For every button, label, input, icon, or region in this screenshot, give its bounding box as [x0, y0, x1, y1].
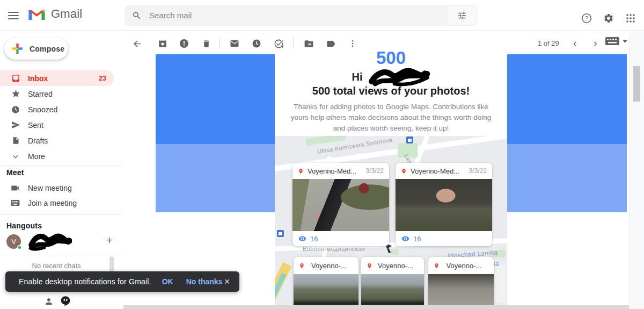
photo-thumbnail [294, 274, 358, 305]
search-input[interactable] [149, 11, 448, 20]
greeting-row: Hi [275, 68, 507, 86]
divider [0, 214, 121, 215]
close-icon[interactable]: ✕ [224, 277, 230, 286]
presence-dot [17, 245, 22, 250]
photo-card-footer: 16 [292, 231, 389, 246]
mail-view: 1 of 29 500 Hi [123, 31, 644, 309]
mail-icon[interactable] [226, 35, 243, 52]
sidebar-item-label: More [28, 152, 45, 161]
send-icon [11, 120, 20, 130]
inbox-count: 23 [99, 75, 106, 82]
toolbar-divider [219, 37, 219, 49]
eye-icon [298, 236, 306, 242]
email-content-card: 500 Hi 500 total views of your photos! T… [275, 48, 507, 136]
divider [0, 255, 121, 255]
map-image: Ulitsa Komissara Smirnova Lesna Военно-м… [275, 136, 507, 305]
photo-thumbnail [292, 179, 389, 231]
view-count: 16 [310, 235, 318, 243]
photo-card-date: 3/3/22 [469, 167, 487, 175]
photo-card[interactable]: Voyenno-... [294, 257, 358, 305]
inbox-icon [11, 74, 20, 83]
photo-card-title: Voyenno-... [311, 262, 347, 270]
redacted-name-scribble [27, 230, 72, 253]
photo-card[interactable]: Voyenno-... [428, 257, 494, 305]
video-icon [10, 183, 20, 193]
toast-no-thanks-button[interactable]: No thanks [186, 277, 223, 286]
notification-toast: Enable desktop notifications for Gmail. … [5, 271, 239, 292]
photo-card-header: Voyenno-... [428, 257, 494, 274]
map-pin-icon [434, 262, 440, 270]
sidebar-item-snoozed[interactable]: Snoozed [0, 102, 114, 117]
gmail-m-icon [28, 7, 46, 21]
sidebar-item-label: Snoozed [28, 105, 57, 114]
main-scrollbar-thumb[interactable] [633, 66, 640, 102]
photo-thumbnail [396, 179, 492, 231]
photo-card-header: Voyenno-... [361, 257, 424, 274]
photo-card-header: Voyenno-Med... 3/3/22 [292, 163, 389, 179]
search-icon[interactable] [132, 11, 142, 20]
person-icon[interactable] [44, 297, 54, 306]
help-icon[interactable]: ? [579, 10, 595, 26]
add-contact-button[interactable]: + [106, 235, 113, 246]
input-keyboard-icon [605, 37, 619, 45]
meet-item-label: Join a meeting [28, 199, 77, 207]
sidebar-item-starred[interactable]: Starred [0, 86, 114, 102]
older-chevron-icon[interactable] [587, 35, 603, 52]
report-spam-icon[interactable] [176, 35, 192, 52]
photo-thumbnail [428, 274, 494, 305]
input-tools-selector[interactable] [605, 37, 627, 45]
map-pin-icon [401, 167, 407, 175]
app-title: Gmail [51, 7, 82, 21]
hangouts-section-title: Hangouts [6, 221, 42, 230]
sidebar-item-label: Inbox [28, 74, 48, 83]
gear-icon[interactable] [601, 10, 617, 26]
archive-icon[interactable] [155, 35, 171, 52]
map-pin-icon [298, 167, 304, 175]
newer-chevron-icon[interactable] [567, 35, 583, 52]
eye-icon [401, 236, 409, 242]
photo-card-footer: 16 [396, 231, 492, 246]
compose-label: Compose [30, 45, 64, 53]
hangouts-profile[interactable]: V [6, 233, 114, 249]
delete-icon[interactable] [198, 35, 214, 52]
keyboard-icon [10, 198, 20, 208]
sidebar-item-label: Starred [28, 90, 53, 98]
photo-card[interactable]: Voyenno-Med... 3/3/22 16 [396, 163, 492, 246]
gmail-logo[interactable]: Gmail [28, 7, 82, 21]
sidebar-item-label: Drafts [28, 136, 48, 145]
new-meeting-item[interactable]: New meeting [0, 181, 114, 195]
divider [0, 165, 121, 166]
photo-card[interactable]: Voyenno-Med... 3/3/22 16 [292, 163, 389, 246]
sidebar-item-more[interactable]: More [0, 148, 114, 164]
view-count: 16 [413, 235, 421, 243]
sidebar-nav: Inbox 23 Starred Snoozed Sent Drafts [0, 70, 114, 164]
snooze-icon[interactable] [248, 35, 265, 52]
draft-icon [11, 136, 20, 145]
photo-thumbnail [361, 274, 424, 305]
apps-grid-icon[interactable] [623, 10, 639, 26]
sidebar-item-inbox[interactable]: Inbox 23 [0, 70, 114, 86]
tune-icon[interactable] [448, 6, 477, 25]
transit-station-icon[interactable] [277, 230, 284, 237]
sidebar-item-drafts[interactable]: Drafts [0, 133, 114, 148]
no-recent-chats-text: No recent chats [0, 262, 113, 270]
meet-item-label: New meeting [28, 184, 72, 192]
photo-card-title: Voyenno-... [447, 262, 482, 270]
map-pin-icon [367, 262, 372, 270]
photo-card[interactable]: Voyenno-... [361, 257, 424, 305]
back-icon[interactable] [129, 35, 145, 52]
hangouts-icon[interactable] [60, 295, 71, 306]
transit-station-icon[interactable] [406, 136, 413, 143]
gmail-window: Gmail ? Compose [0, 0, 644, 309]
compose-button[interactable]: Compose [4, 38, 68, 60]
toolbar-divider [293, 37, 294, 49]
hamburger-icon[interactable] [6, 9, 20, 23]
toast-ok-button[interactable]: OK [162, 277, 173, 286]
search-bar[interactable] [125, 5, 478, 26]
map-pin-icon [299, 262, 305, 270]
greeting-text: Hi [352, 71, 363, 83]
sidebar-item-sent[interactable]: Sent [0, 117, 114, 133]
join-meeting-item[interactable]: Join a meeting [0, 196, 114, 210]
pagination-text: 1 of 29 [538, 39, 559, 47]
clock-icon [11, 105, 20, 114]
